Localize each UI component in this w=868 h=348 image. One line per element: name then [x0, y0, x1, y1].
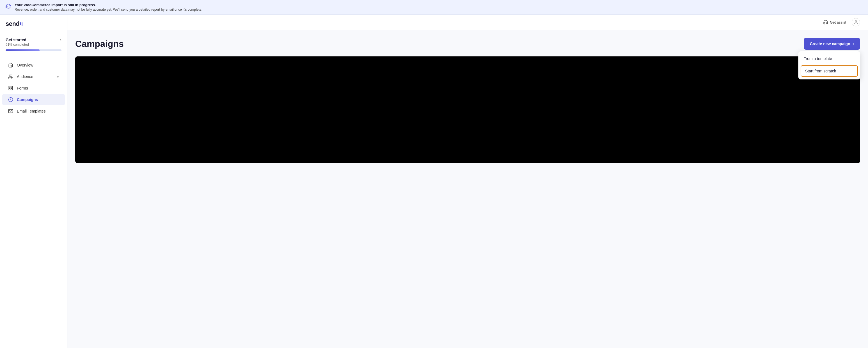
sync-icon — [6, 3, 11, 9]
topbar: Get assist — [67, 14, 868, 30]
svg-point-0 — [9, 75, 11, 76]
page-header: Campaigns Create new campaign › From a t… — [75, 38, 860, 50]
woocommerce-banner: Your WooCommerce import is still in prog… — [0, 0, 868, 14]
home-icon — [8, 62, 13, 68]
sidebar: send Get started › 61% completed — [0, 14, 67, 348]
get-started-section[interactable]: Get started › 61% completed — [0, 34, 67, 57]
sidebar-item-audience-label: Audience — [17, 74, 33, 79]
sidebar-item-email-templates-label: Email Templates — [17, 109, 45, 114]
create-campaign-dropdown-wrapper: Create new campaign › From a template St… — [804, 38, 860, 50]
svg-rect-1 — [9, 86, 10, 88]
svg-rect-2 — [11, 86, 12, 88]
get-started-subtitle: 61% completed — [6, 43, 61, 46]
chevron-right-icon: › — [60, 38, 61, 42]
sidebar-item-overview[interactable]: Overview — [2, 60, 65, 71]
svg-rect-3 — [9, 89, 10, 90]
headphone-icon — [823, 20, 828, 25]
progress-bar-bg — [6, 50, 61, 51]
get-assist-button[interactable]: Get assist — [823, 20, 846, 25]
sidebar-nav: Overview Audience ∨ — [0, 59, 67, 117]
get-assist-label: Get assist — [830, 20, 846, 24]
sidebar-item-campaigns[interactable]: Campaigns — [2, 94, 65, 105]
banner-text: Your WooCommerce import is still in prog… — [14, 3, 203, 11]
svg-point-7 — [855, 21, 857, 22]
logo: send — [0, 20, 67, 34]
main-content: Get assist Campaigns Create new campaign… — [67, 14, 868, 348]
create-campaign-button[interactable]: Create new campaign › — [804, 38, 860, 50]
chevron-down-icon: ∨ — [57, 75, 59, 78]
page-title: Campaigns — [75, 39, 124, 49]
banner-title: Your WooCommerce import is still in prog… — [14, 3, 203, 7]
sidebar-item-campaigns-label: Campaigns — [17, 97, 38, 102]
get-started-title: Get started — [6, 38, 26, 42]
sidebar-item-email-templates[interactable]: Email Templates — [2, 105, 65, 117]
page-content: Campaigns Create new campaign › From a t… — [67, 30, 868, 348]
banner-subtitle: Revenue, order, and customer data may no… — [14, 7, 203, 11]
sidebar-item-forms[interactable]: Forms — [2, 83, 65, 94]
campaigns-icon — [8, 97, 13, 102]
user-avatar[interactable] — [852, 18, 860, 26]
sidebar-item-overview-label: Overview — [17, 63, 33, 67]
arrow-right-icon: › — [852, 41, 854, 46]
audience-icon — [8, 74, 13, 80]
progress-bar-fill — [6, 50, 39, 51]
campaigns-content-area — [75, 56, 860, 163]
logo-text: send — [6, 20, 23, 27]
create-campaign-label: Create new campaign — [810, 41, 850, 46]
email-icon — [8, 108, 13, 114]
dropdown-item-from-template[interactable]: From a template — [798, 53, 860, 64]
sidebar-item-audience[interactable]: Audience ∨ — [2, 71, 65, 82]
sidebar-item-forms-label: Forms — [17, 86, 28, 90]
svg-rect-4 — [11, 89, 12, 90]
dropdown-item-from-scratch[interactable]: Start from scratch — [801, 65, 858, 76]
create-campaign-dropdown: From a template Start from scratch — [798, 51, 860, 80]
get-started-header[interactable]: Get started › — [6, 38, 61, 42]
person-icon — [854, 20, 858, 24]
forms-icon — [8, 85, 13, 91]
